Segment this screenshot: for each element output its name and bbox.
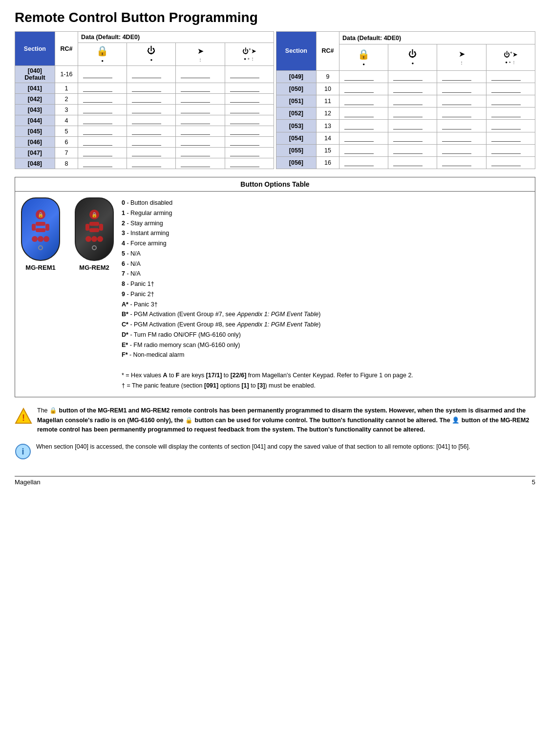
footnote-dagger: † = The panic feature (section [091] opt… <box>122 381 529 390</box>
section-cell: [047] <box>15 148 55 158</box>
footer-left: Magellan <box>15 478 41 486</box>
option-3: 3 - Instant arming <box>122 229 529 238</box>
option-8: 8 - Panic 1† <box>122 280 529 289</box>
right-icon-combined: ⏻+➤ ● + ⋮ <box>486 44 535 71</box>
svg-rect-12 <box>89 222 99 226</box>
section-cell: [041] <box>15 83 55 94</box>
right-icon-power: ⏻ ● <box>388 44 437 71</box>
button-options-title: Button Options Table <box>15 177 535 192</box>
section-cell: [042] <box>15 94 55 105</box>
right-section-header: Section <box>276 32 317 71</box>
option-C: C* - PGM Activation (Event Group #8, see… <box>122 320 529 329</box>
table-row: [047] 7 <box>15 148 274 158</box>
table-row: [051] 11 <box>276 95 535 108</box>
rc-cell: 8 <box>55 158 78 169</box>
note-box: i When section [040] is accessed, the co… <box>15 442 535 461</box>
table-row: [052] 12 <box>276 108 535 120</box>
right-data-header: Data (Default: 4DE0) <box>339 32 535 44</box>
remote2-container: 🔒 MG-REM2 <box>75 197 114 271</box>
left-icon-power: ⏻ ● <box>127 43 176 66</box>
section-cell: [048] <box>15 158 55 169</box>
svg-rect-3 <box>36 228 45 232</box>
button-options-box: Button Options Table 🔒 <box>15 177 535 397</box>
section-cell: [046] <box>15 137 55 148</box>
table-row: [041] 1 <box>15 83 274 94</box>
button-options-list: 0 - Button disabled 1 - Regular arming 2… <box>122 197 529 391</box>
left-rc-header: RC# <box>55 32 78 66</box>
warning-box: ! The 🔒 button of the MG-REM1 and MG-REM… <box>15 404 535 436</box>
rc-cell: 1-16 <box>55 66 78 83</box>
rc-cell: 6 <box>55 137 78 148</box>
data-field-4 <box>225 66 274 83</box>
option-5: 5 - N/A <box>122 249 529 259</box>
section-cell: [040] Default <box>15 66 55 83</box>
footer: Magellan 5 <box>15 476 535 486</box>
rc-cell: 5 <box>55 126 78 137</box>
left-icon-lock: 🔒 ● <box>78 43 127 66</box>
note-text: When section [040] is accessed, the cons… <box>36 442 470 452</box>
data-field-2 <box>127 66 176 83</box>
rc-cell: 2 <box>55 94 78 105</box>
option-A: A* - Panic 3† <box>122 300 529 309</box>
svg-point-9 <box>39 246 42 250</box>
tables-container: Section RC# Data (Default: 4DE0) 🔒 ● ⏻ ● <box>15 31 535 169</box>
mg-rem2-body: 🔒 <box>75 197 114 261</box>
right-icon-arrow: ➤ ⋮ <box>437 44 486 71</box>
warning-icon: ! <box>15 407 32 426</box>
footnote-star: * = Hex values A to F are keys [17/1] to… <box>122 371 529 380</box>
table-row: [049] 9 <box>276 70 535 83</box>
table-row: [054] 14 <box>276 132 535 144</box>
svg-point-7 <box>38 236 43 242</box>
remote2-label: MG-REM2 <box>79 264 109 271</box>
table-row: [043] 3 <box>15 105 274 115</box>
rc-cell: 4 <box>55 115 78 126</box>
table-row: [053] 13 <box>276 120 535 132</box>
section-cell: [043] <box>15 105 55 115</box>
warning-text: The 🔒 button of the MG-REM1 and MG-REM2 … <box>37 406 535 434</box>
table-row: [050] 10 <box>276 83 535 95</box>
data-field-3 <box>176 66 225 83</box>
note-icon: i <box>15 443 31 461</box>
option-E: E* - FM radio memory scan (MG-6160 only) <box>122 341 529 350</box>
table-row: [042] 2 <box>15 94 274 105</box>
table-row: [045] 5 <box>15 126 274 137</box>
section-cell: [044] <box>15 115 55 126</box>
left-icon-arrow: ➤ ⋮ <box>176 43 225 66</box>
remote-images-area: 🔒 MG-REM1 <box>21 197 114 391</box>
svg-text:🔒: 🔒 <box>91 212 98 218</box>
svg-rect-15 <box>99 224 103 231</box>
table-row: [044] 4 <box>15 115 274 126</box>
option-1: 1 - Regular arming <box>122 209 529 218</box>
option-0: 0 - Button disabled <box>122 198 529 208</box>
table-row: [046] 6 <box>15 137 274 148</box>
table-row: [056] 16 <box>276 156 535 169</box>
option-7: 7 - N/A <box>122 269 529 279</box>
option-6: 6 - N/A <box>122 259 529 269</box>
option-B: B* - PGM Activation (Event Group #7, see… <box>122 310 529 319</box>
left-section-table: Section RC# Data (Default: 4DE0) 🔒 ● ⏻ ● <box>15 31 274 169</box>
table-row: [055] 15 <box>276 144 535 156</box>
option-2: 2 - Stay arming <box>122 219 529 228</box>
svg-rect-14 <box>85 224 89 231</box>
remote1-label: MG-REM1 <box>25 264 55 271</box>
mg-rem1-body: 🔒 <box>21 197 60 261</box>
data-field-1 <box>78 66 127 83</box>
svg-point-19 <box>92 246 96 250</box>
page-title: Remote Control Button Programming <box>15 10 535 25</box>
remote1-container: 🔒 MG-REM1 <box>21 197 60 271</box>
rc-cell: 7 <box>55 148 78 158</box>
svg-rect-5 <box>45 224 49 231</box>
svg-point-6 <box>32 236 38 242</box>
rc-cell: 1 <box>55 83 78 94</box>
left-data-header: Data (Default: 4DE0) <box>78 32 274 43</box>
option-F: F* - Non-medical alarm <box>122 350 529 360</box>
footer-right: 5 <box>532 478 535 486</box>
svg-point-18 <box>97 236 103 242</box>
svg-text:🔒: 🔒 <box>38 212 44 218</box>
option-4: 4 - Force arming <box>122 239 529 248</box>
right-section-table: Section RC# Data (Default: 4DE0) 🔒 ● ⏻ ● <box>276 31 535 169</box>
svg-text:i: i <box>21 447 24 456</box>
svg-rect-2 <box>36 222 45 226</box>
table-row: [048] 8 <box>15 158 274 169</box>
table-row: [040] Default 1-16 <box>15 66 274 83</box>
